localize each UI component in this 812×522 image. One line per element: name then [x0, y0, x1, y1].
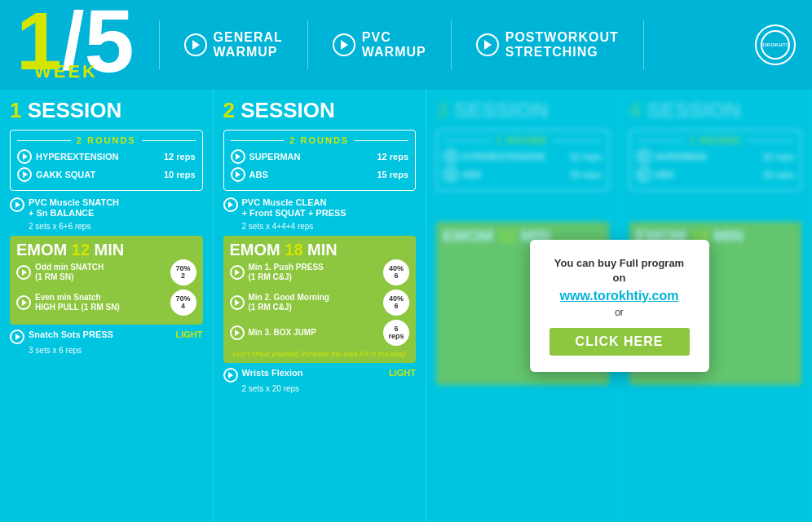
main-content: 1 SESSION 2 ROUNDS HYPEREXTENSION 12 rep… [0, 90, 812, 522]
exercise-gakk-reps: 10 reps [164, 170, 196, 179]
play-icon-superman [231, 149, 245, 164]
exercise-abs-name: ABS [249, 170, 373, 179]
exercise-abs: ABS 15 reps [231, 167, 409, 182]
popup-link[interactable]: www.torokhtiy.com [549, 289, 690, 303]
divider4 [643, 20, 644, 69]
push-press-val: 6 [394, 272, 398, 280]
emom-1-ex1: Odd min SNATCH(1 RM SN) 70% 2 [16, 259, 196, 285]
emom-2-ex3: Min 3. BOX JUMP 6 reps [230, 320, 410, 346]
odd-snatch-val: 2 [181, 272, 185, 280]
box-jump-reps: reps [388, 333, 404, 340]
good-morning-badge: 40% 6 [383, 290, 409, 316]
play-icon-pvc-snatch [10, 197, 24, 212]
emom-2-title: EMOM 18 MIN [230, 241, 410, 259]
emom-1-min: 12 [72, 241, 90, 259]
pvc-clean-name: PVC Muscle CLEAN+ Front SQUAT + PRESS [242, 197, 346, 219]
exercise-hyperextension: HYPEREXTENSION 12 reps [17, 149, 196, 164]
push-press-name: Min 1. Push PRESS(1 RM C&J) [249, 263, 380, 282]
session-2-col: 2 SESSION 2 ROUNDS SUPERMAN 12 reps ABS … [214, 90, 427, 522]
header: 1 / 5 WEEK GENERALWARMUP PVCWARMUP POSTW… [0, 0, 812, 90]
nav-label-postworkout: POSTWORKOUTSTRETCHING [505, 30, 619, 59]
box-jump-name: Min 3. BOX JUMP [249, 328, 380, 338]
odd-snatch-name: Odd min SNATCH(1 RM SN) [35, 263, 166, 282]
session-2-number: 2 [223, 98, 235, 122]
divider1 [159, 20, 160, 69]
nav-item-general-warmup[interactable]: GENERALWARMUP [184, 30, 283, 59]
exercise-abs-reps: 15 reps [377, 170, 408, 179]
session-2-bottom: Wrists Flexion LIGHT [223, 368, 417, 383]
play-icon-good-morning [230, 295, 245, 310]
emom-1-ex2: Even min SnatchHIGH PULL (1 RM SN) 70% 4 [16, 290, 196, 316]
play-icon-hyperextension [17, 149, 32, 164]
divider2 [307, 20, 308, 69]
svg-text:TOROKHTIY: TOROKHTIY [761, 42, 790, 47]
box-jump-badge: 6 reps [383, 320, 409, 346]
play-icon-odd-snatch [16, 265, 31, 280]
session-2-single-exercise: PVC Muscle CLEAN+ Front SQUAT + PRESS [223, 197, 417, 219]
even-snatch-badge: 70% 4 [170, 290, 196, 316]
exercise-hyperextension-reps: 12 reps [164, 152, 196, 161]
session-1-bottom: Snatch Sots PRESS LIGHT [10, 330, 203, 344]
pvc-snatch-sets: 2 sets x 6+6 reps [29, 222, 203, 231]
session-1-rounds-block: 2 ROUNDS HYPEREXTENSION 12 reps Gakk SQU… [10, 130, 203, 191]
emom-2-ex1: Min 1. Push PRESS(1 RM C&J) 40% 6 [230, 259, 410, 285]
play-icon-even-snatch [16, 295, 31, 310]
pvc-snatch-name: PVC Muscle SNATCH+ Sn BALANCE [29, 197, 119, 219]
session-2-title: 2 SESSION [223, 98, 417, 123]
play-icon-wrists [223, 368, 238, 383]
session-1-emom: EMOM 12 MIN Odd min SNATCH(1 RM SN) 70% … [10, 236, 203, 325]
session-2-emom: EMOM 18 MIN Min 1. Push PRESS(1 RM C&J) … [223, 236, 417, 363]
snatch-sots-sets: 3 sets x 6 reps [29, 346, 203, 355]
emom-2-note: Don't cheat yourself, increase the load … [230, 350, 410, 358]
popup-text: You can buy Full program on [549, 256, 690, 285]
logo: TOROKHTIY [755, 24, 796, 65]
nav-item-pvc-warmup[interactable]: PVCWARMUP [333, 30, 426, 59]
exercise-hyperextension-name: HYPEREXTENSION [36, 152, 160, 161]
play-icon-abs [231, 167, 245, 182]
exercise-superman: SUPERMAN 12 reps [231, 149, 409, 164]
session-1-title: 1 SESSION [10, 98, 203, 123]
even-snatch-val: 4 [181, 303, 185, 310]
emom-1-title: EMOM 12 MIN [16, 241, 196, 259]
popup-bold: Full program [620, 257, 684, 269]
logo-icon: TOROKHTIY [761, 30, 790, 60]
nav-item-postworkout[interactable]: POSTWORKOUTSTRETCHING [476, 30, 619, 59]
odd-snatch-badge: 70% 2 [170, 259, 196, 285]
sessions-right: 3 SESSION 1 ROUND HYPEREXTENSION 12 reps… [426, 90, 812, 522]
popup-box: You can buy Full program on www.torokhti… [530, 240, 709, 372]
session-2-rounds-label: 2 ROUNDS [231, 135, 409, 145]
session-1-single-exercise: PVC Muscle SNATCH+ Sn BALANCE [10, 197, 203, 219]
snatch-sots-light: LIGHT [176, 330, 203, 339]
snatch-sots-name: Snatch Sots PRESS [29, 330, 172, 339]
wrists-name: Wrists Flexion [242, 368, 386, 378]
good-morning-name: Min 2. Good Morning(1 RM C&J) [249, 293, 380, 312]
popup-overlay: You can buy Full program on www.torokhti… [426, 90, 812, 522]
session-1-rounds-label: 2 ROUNDS [17, 135, 196, 145]
divider3 [451, 20, 452, 69]
session-1-col: 1 SESSION 2 ROUNDS HYPEREXTENSION 12 rep… [0, 90, 214, 522]
nav-label-pvc-warmup: PVCWARMUP [362, 30, 426, 59]
wrists-light: LIGHT [389, 368, 416, 378]
play-icon-box-jump [230, 325, 245, 340]
even-snatch-name: Even min SnatchHIGH PULL (1 RM SN) [35, 293, 166, 312]
exercise-gakk-squat: Gakk SQUAT 10 reps [17, 167, 196, 182]
emom-2-ex2: Min 2. Good Morning(1 RM C&J) 40% 6 [230, 290, 410, 316]
play-icon-gakk [17, 167, 32, 182]
good-morning-val: 6 [394, 303, 398, 310]
wrists-sets: 2 sets x 20 reps [242, 384, 417, 393]
exercise-superman-reps: 12 reps [377, 152, 408, 161]
play-icon-postworkout [476, 33, 499, 56]
session-2-rounds-block: 2 ROUNDS SUPERMAN 12 reps ABS 15 reps [223, 130, 417, 191]
play-icon-push-press [230, 265, 245, 280]
nav-label-general-warmup: GENERALWARMUP [214, 30, 283, 59]
play-icon-pvc [333, 33, 355, 56]
emom-2-min: 18 [285, 241, 302, 259]
header-nav: GENERALWARMUP PVCWARMUP POSTWORKOUTSTRET… [159, 20, 644, 69]
play-icon-general [184, 33, 207, 56]
session-1-number: 1 [10, 98, 21, 122]
play-icon-pvc-clean [223, 197, 238, 212]
pvc-clean-sets: 2 sets x 4+4+4 reps [242, 222, 417, 231]
push-press-badge: 40% 6 [383, 259, 409, 285]
click-here-button[interactable]: CLICK HERE [549, 328, 690, 356]
play-icon-snatch-sots [10, 330, 24, 344]
